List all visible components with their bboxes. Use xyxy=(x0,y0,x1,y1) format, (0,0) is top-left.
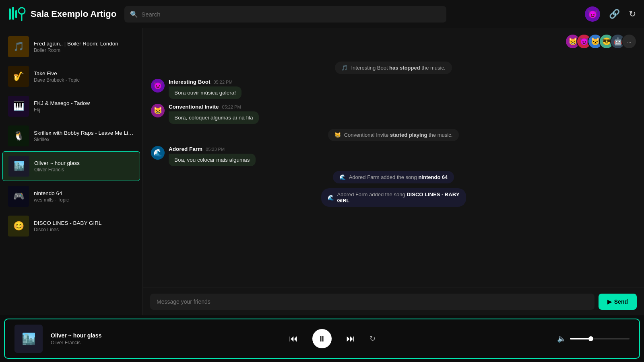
search-bar[interactable]: 🔍 xyxy=(124,6,446,23)
song-item-boiler-room[interactable]: 🎵 Fred again.. | Boiler Room: London Boi… xyxy=(2,32,140,61)
next-button[interactable]: ⏭ xyxy=(346,333,355,344)
header: Sala Exemplo Artigo 🔍 😈 🔗 ↻ xyxy=(0,0,644,28)
song-info: Oliver ~ hour glass Oliver Francis xyxy=(34,160,134,173)
message-bubble: Bora, coloquei algumas aí na fila xyxy=(169,111,259,124)
message-time: 05:22 PM xyxy=(222,105,241,109)
song-thumbnail: 🏙️ xyxy=(8,156,29,177)
song-artist: Skrillex xyxy=(34,137,134,142)
app-title: Sala Exemplo Artigo xyxy=(31,9,116,19)
avatars-row: 😸😈🐱😎🤖... xyxy=(565,34,637,49)
message-avatar: 😈 xyxy=(151,79,165,93)
chat-avatars-more[interactable]: ... xyxy=(621,34,637,49)
main-content: 🎵 Fred again.. | Boiler Room: London Boi… xyxy=(0,28,644,315)
logo-area: Sala Exemplo Artigo xyxy=(8,5,116,23)
song-added-text: Adored Farm added the song nintendo 64 xyxy=(349,174,448,180)
song-artist: Oliver Francis xyxy=(34,167,134,173)
song-info: nintendo 64 wes mills - Topic xyxy=(34,190,134,203)
song-item-fkj[interactable]: 🎹 FKJ & Masego - Tadow Fkj xyxy=(2,92,140,121)
user-avatar[interactable]: 😈 xyxy=(585,6,600,22)
player: 🏙️ Oliver ~ hour glass Oliver Francis ⏮ … xyxy=(4,319,640,359)
song-artist: Boiler Room xyxy=(34,47,134,53)
song-title: FKJ & Masego - Tadow xyxy=(34,100,134,106)
svg-rect-0 xyxy=(9,8,11,20)
song-info: Take Five Dave Brubeck - Topic xyxy=(34,70,134,83)
message-content: Adored Farm 05:23 PM Boa, vou colocar ma… xyxy=(169,146,256,166)
song-added-icon: 🌊 xyxy=(339,174,346,180)
send-label: Send xyxy=(614,298,628,305)
system-message: 🎵 Interesting Boot has stopped the music… xyxy=(151,62,636,74)
song-added-icon: 🌊 xyxy=(328,195,334,201)
message-header: Adored Farm 05:23 PM xyxy=(169,146,256,152)
song-info: Fred again.. | Boiler Room: London Boile… xyxy=(34,41,134,53)
song-thumbnail: 🐧 xyxy=(8,125,29,146)
song-title: nintendo 64 xyxy=(34,190,134,196)
message-username: Adored Farm xyxy=(169,146,202,152)
message-username: Interesting Boot xyxy=(169,79,211,85)
prev-button[interactable]: ⏮ xyxy=(289,333,298,344)
song-item-disco[interactable]: 😊 DISCO LINES - BABY GIRL Disco Lines xyxy=(2,212,140,241)
player-controls: ⏮ ⏸ ⏭ ↻ xyxy=(115,329,549,348)
user-message: 😸 Conventional Invite 05:22 PM Bora, col… xyxy=(151,104,636,124)
song-item-skrillex[interactable]: 🐧 Skrillex with Bobby Raps - Leave Me Li… xyxy=(2,121,140,150)
volume-control: 🔈 xyxy=(557,334,630,343)
search-input[interactable] xyxy=(124,6,446,23)
svg-rect-1 xyxy=(12,7,14,20)
message-content: Conventional Invite 05:22 PM Bora, coloq… xyxy=(169,104,259,124)
song-added-bubble: 🌊 Adored Farm added the song DISCO LINES… xyxy=(321,188,466,207)
chat-header: 😸😈🐱😎🤖... xyxy=(143,28,644,55)
pause-button[interactable]: ⏸ xyxy=(312,329,332,348)
refresh-icon[interactable]: ↻ xyxy=(629,9,636,19)
song-item-oliver[interactable]: 🏙️ Oliver ~ hour glass Oliver Francis xyxy=(2,151,140,181)
song-artist: wes mills - Topic xyxy=(34,197,134,203)
logo-icon xyxy=(8,5,26,23)
song-title: Fred again.. | Boiler Room: London xyxy=(34,41,134,47)
song-added-text: Adored Farm added the song DISCO LINES -… xyxy=(337,191,460,204)
song-artist: Dave Brubeck - Topic xyxy=(34,77,134,83)
song-thumbnail: 🎵 xyxy=(8,36,29,57)
chat-area: 😸😈🐱😎🤖... 🎵 Interesting Boot has stopped … xyxy=(143,28,644,315)
message-avatar: 😸 xyxy=(151,104,165,117)
song-added-message: 🌊 Adored Farm added the song DISCO LINES… xyxy=(151,188,636,207)
message-time: 05:23 PM xyxy=(206,147,225,152)
player-thumbnail: 🏙️ xyxy=(14,325,43,353)
song-title: DISCO LINES - BABY GIRL xyxy=(34,220,134,226)
system-text: Interesting Boot has stopped the music. xyxy=(351,65,445,71)
svg-rect-2 xyxy=(15,10,17,18)
send-button[interactable]: ▶ Send xyxy=(599,294,637,310)
share-icon[interactable]: 🔗 xyxy=(609,9,620,19)
message-bubble: Boa, vou colocar mais algumas xyxy=(169,154,256,166)
chat-input-area: ▶ Send xyxy=(143,288,644,315)
song-info: FKJ & Masego - Tadow Fkj xyxy=(34,100,134,113)
song-title: Oliver ~ hour glass xyxy=(34,160,134,166)
message-time: 05:22 PM xyxy=(214,80,233,84)
song-title: Skrillex with Bobby Raps - Leave Me Like… xyxy=(34,130,134,136)
song-thumbnail: 😊 xyxy=(8,216,29,237)
player-title: Oliver ~ hour glass xyxy=(51,332,107,339)
player-info: Oliver ~ hour glass Oliver Francis xyxy=(51,332,107,346)
song-thumbnail: 🎹 xyxy=(8,96,29,117)
system-message-bubble: 🎵 Interesting Boot has stopped the music… xyxy=(335,62,452,74)
system-message: 😸 Conventional Invite started playing th… xyxy=(151,129,636,141)
song-added-message: 🌊 Adored Farm added the song nintendo 64 xyxy=(151,171,636,183)
song-info: Skrillex with Bobby Raps - Leave Me Like… xyxy=(34,130,134,142)
chat-messages: 🎵 Interesting Boot has stopped the music… xyxy=(143,55,644,288)
message-avatar: 🌊 xyxy=(151,146,165,160)
message-header: Interesting Boot 05:22 PM xyxy=(169,79,242,85)
song-artist: Disco Lines xyxy=(34,227,134,232)
repeat-button[interactable]: ↻ xyxy=(369,334,376,343)
svg-point-3 xyxy=(19,8,25,14)
song-info: DISCO LINES - BABY GIRL Disco Lines xyxy=(34,220,134,232)
user-message: 🌊 Adored Farm 05:23 PM Boa, vou colocar … xyxy=(151,146,636,166)
search-icon: 🔍 xyxy=(130,10,138,18)
song-title: Take Five xyxy=(34,70,134,76)
volume-fill xyxy=(570,338,591,339)
volume-slider[interactable] xyxy=(570,338,630,339)
song-item-nintendo[interactable]: 🎮 nintendo 64 wes mills - Topic xyxy=(2,182,140,211)
song-added-bubble: 🌊 Adored Farm added the song nintendo 64 xyxy=(333,171,454,183)
message-content: Interesting Boot 05:22 PM Bora ouvir mús… xyxy=(169,79,242,99)
header-actions: 😈 🔗 ↻ xyxy=(585,6,636,22)
send-icon: ▶ xyxy=(607,298,612,305)
volume-thumb xyxy=(588,336,593,341)
song-item-take-five[interactable]: 🎷 Take Five Dave Brubeck - Topic xyxy=(2,62,140,91)
message-input[interactable] xyxy=(150,294,594,310)
